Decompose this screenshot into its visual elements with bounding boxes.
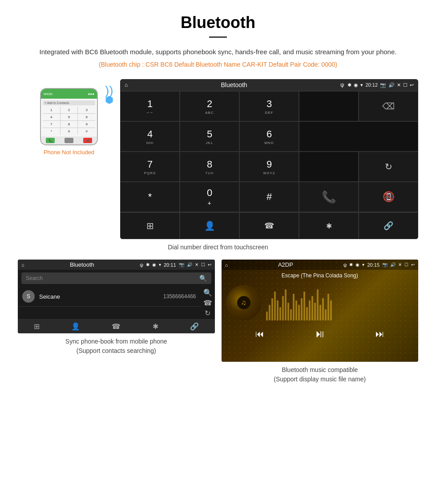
pb-home-icon[interactable]: ⌂ [21,262,24,268]
music-usb-icon: ψ [343,262,347,268]
pb-search-placeholder: Search [26,275,43,281]
viz-bar [279,307,281,320]
music-caption: Bluetooth music compatible (Support disp… [222,365,419,384]
dialpad-grid: 1∽∽ 2ABC 3DEF ⌫ 4GHI 5JKL [120,91,418,212]
close-icon[interactable]: ✕ [397,82,401,88]
viz-bar [295,300,297,320]
viz-bar [274,292,276,320]
main-section: )) ⬢ M430 ●●● + Add to Contacts 1 2 3 [18,79,418,239]
recent-calls-button[interactable]: ☎ [239,212,299,239]
music-home-icon[interactable]: ⌂ [225,262,228,268]
viz-bar [303,292,305,320]
viz-bar [298,305,300,320]
pb-contacts-list: S Seicane 13566664466 [18,287,201,319]
back-icon[interactable]: ↩ [410,82,414,88]
pb-call-side-icon[interactable]: ☎ [203,299,212,307]
contact-row-seicane[interactable]: S Seicane 13566664466 [18,287,201,307]
pb-bottom-bar: ⊞ 👤 ☎ ✱ 🔗 [18,319,215,333]
key-hash[interactable]: # [239,182,299,212]
pb-window-icon[interactable]: ☐ [201,262,205,267]
contacts-button[interactable]: 👤 [180,212,239,239]
play-pause-button[interactable]: ⏯ [315,328,325,340]
key-1[interactable]: 1∽∽ [120,91,180,121]
music-camera-icon: 📷 [382,262,388,267]
pb-link-icon[interactable]: 🔗 [190,322,199,331]
backspace-button[interactable]: ⌫ [359,91,418,121]
home-icon[interactable]: ⌂ [125,82,128,88]
music-visualizer [266,285,414,320]
status-icons: ✱ ◉ ▾ 20:12 📷 🔊 ✕ ☐ ↩ [347,82,414,88]
dial-caption: Dial number direct from touchscreen [18,244,418,251]
next-button[interactable]: ⏭ [375,329,384,339]
pb-refresh-side-icon[interactable]: ↻ [203,309,212,317]
music-controls: ⏮ ⏯ ⏭ [222,324,419,344]
phone-frame: M430 ●●● + Add to Contacts 1 2 3 4 5 6 7 [40,88,98,145]
pb-content-wrapper: S Seicane 13566664466 🔍 ☎ ↻ [18,287,215,319]
key-9[interactable]: 9WXYZ [239,152,299,182]
pb-side-icons: 🔍 ☎ ↻ [201,287,215,319]
pb-contacts-icon[interactable]: 👤 [71,322,80,331]
music-screenshot-block: ⌂ A2DP ψ ✱ ◉ ▾ 20:15 📷 🔊 ✕ ☐ ↩ Esc [222,260,419,384]
music-back-icon[interactable]: ↩ [411,262,415,267]
key-2[interactable]: 2ABC [180,91,239,121]
key-6[interactable]: 6MNO [239,121,299,152]
key-0[interactable]: 0+ [180,182,239,212]
end-call-button[interactable]: 📵 [359,182,418,212]
key-3[interactable]: 3DEF [239,91,299,121]
window-icon[interactable]: ☐ [403,82,408,88]
pb-close-icon[interactable]: ✕ [195,262,198,267]
prev-button[interactable]: ⏮ [255,329,264,339]
camera-icon: 📷 [380,82,386,88]
key-star[interactable]: * [120,182,180,212]
page-description: Integrated with BC6 Bluetooth module, su… [18,47,418,57]
pb-bluetooth-icon: ✱ [146,262,149,267]
viz-bar [301,298,303,320]
viz-bar [322,298,324,320]
key-4[interactable]: 4GHI [120,121,180,152]
phonebook-screenshot-block: ⌂ Bluetooth ψ ✱ ◉ ▾ 20:11 📷 🔊 ✕ ☐ ↩ Sear… [18,260,215,384]
redial-button[interactable]: ↻ [359,152,418,182]
specs-line: (Bluetooth chip : CSR BC6 Default Blueto… [18,61,418,68]
pb-signal-icon: ▾ [159,262,161,267]
phone-side: )) ⬢ M430 ●●● + Add to Contacts 1 2 3 [18,79,120,156]
page-title: Bluetooth [18,13,418,32]
empty-cell-2 [299,152,359,182]
bluetooth-button[interactable]: ✱ [299,212,359,239]
dialpad-toggle-button[interactable]: ⊞ [120,212,180,239]
call-button[interactable]: 📞 [299,182,359,212]
song-title: Escape (The Pina Colada Song) [222,270,419,281]
pb-location-icon: ◉ [152,262,156,267]
pb-search-side-icon[interactable]: 🔍 [203,288,212,297]
pb-usb-icon: ψ [140,262,143,268]
pb-search-bar[interactable]: Search 🔍 [21,272,211,284]
title-divider [209,36,227,38]
music-close-icon[interactable]: ✕ [398,262,402,267]
viz-bar [325,309,327,320]
key-8[interactable]: 8TUV [180,152,239,182]
link-button[interactable]: 🔗 [359,212,418,239]
viz-bar [277,300,279,320]
music-window-icon[interactable]: ☐ [404,262,408,267]
music-disc: ♫ [226,285,262,320]
pb-calls-icon[interactable]: ☎ [112,322,121,331]
viz-bar [314,303,316,320]
location-icon: ◉ [354,82,358,88]
empty-cell-1 [299,121,418,152]
viz-bar [287,303,289,320]
action-bar: ⊞ 👤 ☎ ✱ 🔗 [120,212,418,239]
viz-bar [285,289,287,320]
pb-back-icon[interactable]: ↩ [208,262,211,267]
music-title: A2DP [230,261,340,268]
dial-display [299,91,359,121]
pb-bt-icon[interactable]: ✱ [153,322,158,331]
key-5[interactable]: 5JKL [180,121,239,152]
phone-screen: + Add to Contacts 1 2 3 4 5 6 7 8 9 * [41,99,97,136]
viz-bar [319,305,321,320]
key-7[interactable]: 7PQRS [120,152,180,182]
viz-bar [282,296,284,320]
music-volume-icon: 🔊 [390,262,396,267]
contact-name: Seicane [39,293,163,300]
pb-dialpad-icon[interactable]: ⊞ [34,322,40,331]
bluetooth-status-icon: ✱ [347,82,351,88]
bluetooth-signal-icon: )) ⬢ [105,84,113,106]
